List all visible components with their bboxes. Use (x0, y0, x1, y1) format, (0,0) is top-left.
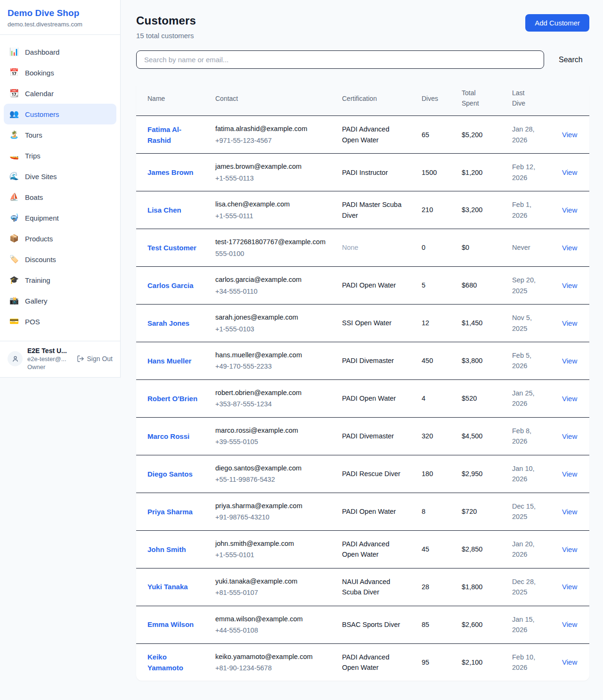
main-content: Customers 15 total customers Add Custome… (121, 0, 603, 681)
view-link[interactable]: View (554, 191, 589, 229)
col-header-total-spent: Total Spent (454, 81, 505, 116)
shop-header: Demo Dive Shop demo.test.divestreams.com (0, 0, 120, 35)
customer-name-link[interactable]: Carlos Garcia (136, 267, 208, 305)
table-row: Carlos Garcia carlos.garcia@example.com … (136, 267, 589, 305)
sidebar-item-training[interactable]: 🎓 Training (4, 270, 116, 290)
customer-name-link[interactable]: Emma Wilson (136, 606, 208, 643)
customer-certification: PADI Advanced Open Water (334, 530, 414, 568)
nav-icon: 📅 (8, 69, 20, 76)
customer-name-link[interactable]: John Smith (136, 530, 208, 568)
customer-dives: 320 (414, 417, 454, 455)
sidebar-item-calendar[interactable]: 📆 Calendar (4, 83, 116, 104)
customer-last-dive: Feb 1, 2026 (505, 191, 554, 229)
customer-email: marco.rossi@example.com (215, 425, 327, 436)
customer-dives: 95 (414, 643, 454, 681)
sidebar-item-label: Boats (25, 193, 43, 201)
customer-name-link[interactable]: Lisa Chen (136, 191, 208, 229)
customer-dives: 65 (414, 116, 454, 154)
sign-out-label: Sign Out (87, 355, 113, 362)
customer-contact-cell: diego.santos@example.com +55-11-99876-54… (208, 455, 334, 493)
sidebar-item-pos[interactable]: 💳 POS (4, 311, 116, 332)
sidebar-item-bookings[interactable]: 📅 Bookings (4, 62, 116, 83)
view-link[interactable]: View (554, 643, 589, 681)
customer-dives: 28 (414, 568, 454, 606)
view-link[interactable]: View (554, 267, 589, 305)
customer-name-link[interactable]: Marco Rossi (136, 417, 208, 455)
customer-email: keiko.yamamoto@example.com (215, 651, 327, 662)
view-link[interactable]: View (554, 417, 589, 455)
customer-name-link[interactable]: Fatima Al-Rashid (136, 116, 208, 154)
customer-name-link[interactable]: Yuki Tanaka (136, 568, 208, 606)
search-input[interactable] (136, 50, 544, 69)
sidebar-item-products[interactable]: 📦 Products (4, 228, 116, 249)
nav-icon: 🎓 (8, 276, 20, 284)
customer-total-spent: $3,200 (454, 191, 505, 229)
customer-name-link[interactable]: Diego Santos (136, 455, 208, 493)
customer-contact-cell: hans.mueller@example.com +49-170-555-223… (208, 342, 334, 380)
search-row: Search (136, 50, 589, 69)
customer-contact-cell: keiko.yamamoto@example.com +81-90-1234-5… (208, 643, 334, 681)
nav-icon: 💳 (8, 318, 20, 325)
customer-email: lisa.chen@example.com (215, 199, 327, 209)
view-link[interactable]: View (554, 455, 589, 493)
view-link[interactable]: View (554, 530, 589, 568)
view-link[interactable]: View (554, 229, 589, 267)
customer-last-dive: Jan 28, 2026 (505, 116, 554, 154)
customer-name-link[interactable]: James Brown (136, 154, 208, 191)
customer-email: john.smith@example.com (215, 538, 327, 549)
search-button[interactable]: Search (559, 56, 583, 64)
view-link[interactable]: View (554, 493, 589, 530)
customer-name-link[interactable]: Test Customer (136, 229, 208, 267)
view-link[interactable]: View (554, 379, 589, 417)
table-row: Test Customer test-1772681807767@example… (136, 229, 589, 267)
sidebar-nav: 📊 Dashboard 📅 Bookings 📆 Calendar 👥 Cust… (0, 35, 120, 341)
table-row: Robert O'Brien robert.obrien@example.com… (136, 379, 589, 417)
customer-last-dive: Never (505, 229, 554, 267)
customer-name-link[interactable]: Robert O'Brien (136, 379, 208, 417)
sidebar-item-equipment[interactable]: 🤿 Equipment (4, 207, 116, 228)
table-row: James Brown james.brown@example.com +1-5… (136, 154, 589, 191)
customer-certification: PADI Rescue Diver (334, 455, 414, 493)
view-link[interactable]: View (554, 342, 589, 380)
table-header: Name Contact Certification Dives Total S… (136, 81, 589, 116)
person-icon (11, 355, 19, 363)
customer-contact-cell: emma.wilson@example.com +44-555-0108 (208, 606, 334, 643)
sidebar-item-tours[interactable]: 🏝️ Tours (4, 124, 116, 145)
sidebar-item-gallery[interactable]: 📸 Gallery (4, 290, 116, 311)
view-link[interactable]: View (554, 154, 589, 191)
sidebar-item-dashboard[interactable]: 📊 Dashboard (4, 41, 116, 62)
sidebar-item-customers[interactable]: 👥 Customers (4, 104, 116, 124)
customer-email: test-1772681807767@example.com (215, 237, 327, 247)
sign-out-button[interactable]: Sign Out (77, 355, 113, 362)
customer-name-link[interactable]: Sarah Jones (136, 305, 208, 342)
view-link[interactable]: View (554, 305, 589, 342)
view-link[interactable]: View (554, 116, 589, 154)
customer-last-dive: Feb 12, 2026 (505, 154, 554, 191)
col-header-name: Name (136, 81, 208, 116)
add-customer-button[interactable]: Add Customer (525, 14, 589, 32)
view-link[interactable]: View (554, 568, 589, 606)
customer-certification: NAUI Advanced Scuba Diver (334, 568, 414, 606)
sidebar-item-trips[interactable]: 🚤 Trips (4, 145, 116, 166)
customer-email: fatima.alrashid@example.com (215, 124, 327, 134)
customer-total-spent: $720 (454, 493, 505, 530)
customer-name-link[interactable]: Priya Sharma (136, 493, 208, 530)
shop-name: Demo Dive Shop (8, 8, 113, 18)
customer-total-spent: $3,800 (454, 342, 505, 380)
customer-dives: 1500 (414, 154, 454, 191)
col-header-last-dive: Last Dive (505, 81, 554, 116)
sidebar-item-dive-sites[interactable]: 🌊 Dive Sites (4, 166, 116, 187)
customer-total-spent: $2,950 (454, 455, 505, 493)
view-link[interactable]: View (554, 606, 589, 643)
customer-certification: BSAC Sports Diver (334, 606, 414, 643)
customer-name-link[interactable]: Keiko Yamamoto (136, 643, 208, 681)
table-row: Marco Rossi marco.rossi@example.com +39-… (136, 417, 589, 455)
customer-dives: 4 (414, 379, 454, 417)
sidebar-item-label: Discounts (25, 255, 56, 264)
table-row: Yuki Tanaka yuki.tanaka@example.com +81-… (136, 568, 589, 606)
sidebar-item-boats[interactable]: ⛵ Boats (4, 187, 116, 207)
sidebar-item-discounts[interactable]: 🏷️ Discounts (4, 249, 116, 270)
customer-name-link[interactable]: Hans Mueller (136, 342, 208, 380)
customer-total-spent: $0 (454, 229, 505, 267)
customer-last-dive: Jan 15, 2026 (505, 606, 554, 643)
